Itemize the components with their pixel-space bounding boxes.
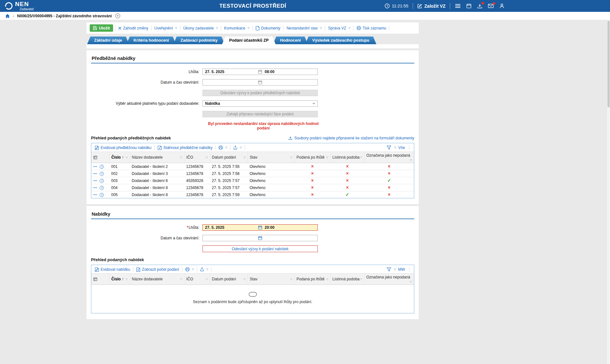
column-filter-icon[interactable]: ▽ <box>243 156 245 159</box>
table-row[interactable]: •••i001Dodavatel - školení 21234567827. … <box>91 163 414 170</box>
grid-export-button[interactable]: ▽ <box>232 145 243 150</box>
print-record-button[interactable]: Tisk záznamu <box>356 26 387 30</box>
column-header-podana-po-lhute[interactable]: Podaná po lhůtě▽ <box>294 152 330 163</box>
documents-button[interactable]: Dokumenty <box>255 26 282 30</box>
table-row[interactable]: •••i002Dodavatel - školení 31234567827. … <box>91 170 414 177</box>
column-filter-icon[interactable]: ▽ <box>206 278 208 281</box>
scrollbar-thumb[interactable] <box>607 21 610 107</box>
preliminary-opening-field[interactable] <box>202 79 318 86</box>
column-header-datum-podani[interactable]: Datum podání▽ <box>210 152 248 163</box>
grid-view-label[interactable]: Vše <box>398 145 405 150</box>
filter-icon[interactable] <box>387 267 391 271</box>
column-header-listinna-podoba[interactable]: Listinná podoba▽ <box>330 274 364 285</box>
column-settings-icon[interactable] <box>91 274 109 285</box>
column-filter-icon[interactable]: ▽ <box>360 156 362 159</box>
vz-admin-menu[interactable]: Správa VZ ▽ <box>327 26 351 30</box>
column-filter-icon[interactable]: ▽ <box>290 156 292 159</box>
discard-changes-button[interactable]: Zahodit změny <box>117 26 149 30</box>
table-row[interactable]: •••i004Dodavatel - školení 81234567827. … <box>91 184 414 191</box>
calendar-icon[interactable] <box>258 236 262 240</box>
deadline-time-value[interactable]: 08:00 <box>262 70 317 74</box>
grid-print-button[interactable]: ▽ <box>184 267 195 271</box>
download-preliminary-offers-button[interactable]: Stáhnout předběžné nabídky <box>157 145 213 150</box>
info-icon[interactable]: i <box>100 186 104 190</box>
tab-podani-ucastniku-zp[interactable]: Podání účastníků ZP <box>222 37 276 44</box>
tab-vysledek-zadavaciho-postupu[interactable]: Výsledek zadávacího postupu <box>305 37 376 44</box>
breadcrumb-current[interactable]: N006/25/V00004995 - Zajištění závodního … <box>17 14 111 18</box>
column-header-oznacena-jako-nepodana[interactable]: Označena jako nepodaná▽ <box>364 152 414 163</box>
column-header-datum-podani[interactable]: Datum podání▽ <box>210 274 248 285</box>
page-scrollbar[interactable] <box>607 20 610 364</box>
calendar-icon[interactable] <box>258 225 262 230</box>
documents-download-hint[interactable]: Soubory podání najdete připravené ke sta… <box>288 136 414 140</box>
offers-opening-field[interactable] <box>202 235 318 241</box>
calendar-icon[interactable] <box>258 80 262 85</box>
info-icon[interactable]: i <box>100 193 104 197</box>
column-header-cislo[interactable]: Číslo ↑▽ <box>109 152 130 163</box>
profile-button[interactable] <box>499 3 505 9</box>
column-filter-icon[interactable]: ▽ <box>326 278 328 281</box>
row-menu-icon[interactable]: ••• <box>93 186 97 189</box>
column-header-podana-po-lhute[interactable]: Podaná po lhůtě▽ <box>294 274 330 285</box>
submission-type-select[interactable]: Nabídka <box>202 100 318 107</box>
column-filter-icon[interactable]: ▽ <box>410 159 412 161</box>
column-filter-icon[interactable]: ▽ <box>243 278 245 281</box>
grid-view-label[interactable]: MW <box>398 267 405 272</box>
deadline-date-value[interactable]: 27. 5. 2025 <box>203 70 258 74</box>
send-offers-call-button[interactable]: Odeslání výzvy k podání nabídek <box>202 245 318 252</box>
view-dropdown-icon[interactable]: ▽ <box>394 268 396 271</box>
publish-menu[interactable]: Uveřejnění ▽ <box>153 26 178 30</box>
column-filter-icon[interactable]: ▽ <box>180 278 182 281</box>
info-icon[interactable]: i <box>100 172 104 176</box>
offers-deadline-field[interactable]: 27. 5. 2025 20:00 <box>202 224 318 231</box>
row-menu-icon[interactable]: ••• <box>93 193 97 196</box>
show-submission-count-button[interactable]: Zobrazit počet podání <box>135 267 180 272</box>
row-menu-icon[interactable]: ••• <box>93 165 97 168</box>
calendar-button[interactable] <box>466 3 472 9</box>
column-filter-icon[interactable]: ▽ <box>290 278 292 281</box>
row-menu-icon[interactable]: ••• <box>93 179 97 182</box>
tab-hodnoceni[interactable]: Hodnocení <box>273 37 308 44</box>
messages-button[interactable] <box>487 3 494 9</box>
home-icon[interactable] <box>5 14 10 18</box>
column-filter-icon[interactable]: ▽ <box>410 280 412 283</box>
info-icon[interactable]: i <box>100 165 104 169</box>
table-row[interactable]: •••i005Dodavatel - školení 81234567827. … <box>91 191 414 198</box>
contracting-actions-menu[interactable]: Úkony zadavatele ▽ <box>182 26 219 30</box>
tab-kriteria-hodnoceni[interactable]: Kritéria hodnocení <box>127 37 176 44</box>
nonstandard-state-menu[interactable]: Nestandardní stav ▽ <box>285 26 323 30</box>
column-header-nazev-dodavatele[interactable]: Název dodavatele▽ <box>130 152 184 163</box>
calendar-icon[interactable] <box>258 70 262 74</box>
communication-menu[interactable]: Komunikace ▽ <box>223 26 250 30</box>
row-menu-icon[interactable]: ••• <box>93 172 97 175</box>
close-record-icon[interactable]: × <box>115 13 120 18</box>
tab-zadavaci-podminky[interactable]: Zadávací podmínky <box>173 37 225 44</box>
column-header-listinna-podoba[interactable]: Listinná podoba▽ <box>330 152 364 163</box>
grid-export-button[interactable]: ▽ <box>199 267 209 271</box>
table-row[interactable]: •••i003Dodavatel - školení 64535932627. … <box>91 177 414 184</box>
deadline-date-value[interactable]: 27. 5. 2025 <box>203 225 258 230</box>
column-header-nazev-dodavatele[interactable]: Název dodavatele▽ <box>130 274 184 285</box>
column-header-cislo[interactable]: Číslo ↑▽ <box>109 274 130 285</box>
tab-zakladni-udaje[interactable]: Základní údaje <box>87 37 129 44</box>
send-preliminary-call-button[interactable]: Odeslání výzvy k podání předběžných nabí… <box>202 90 318 96</box>
info-icon[interactable]: i <box>100 179 104 183</box>
column-filter-icon[interactable]: ▽ <box>360 278 362 281</box>
preliminary-deadline-field[interactable]: 27. 5. 2025 08:00 <box>202 69 318 75</box>
column-settings-icon[interactable] <box>91 152 109 163</box>
menu-button[interactable] <box>454 3 461 9</box>
column-filter-icon[interactable]: ▽ <box>180 156 182 159</box>
filter-icon[interactable] <box>387 145 391 150</box>
register-offer-button[interactable]: Evidovat nabídku <box>94 267 131 272</box>
save-button[interactable]: Uložit <box>90 24 113 32</box>
column-header-oznacena-jako-nepodana[interactable]: Označena jako nepodaná▽ <box>364 274 414 285</box>
column-header-stav[interactable]: Stav▽ <box>248 274 294 285</box>
column-filter-icon[interactable]: ▽ <box>126 278 128 281</box>
register-preliminary-offer-button[interactable]: Evidovat předběžnou nabídku <box>94 145 152 150</box>
next-phase-button[interactable]: Zahájit přípravu následující fáze podání <box>202 111 318 117</box>
column-header-ico[interactable]: IČO▽ <box>184 274 210 285</box>
deadline-time-value[interactable]: 20:00 <box>262 225 317 230</box>
nen-logo[interactable]: NEN Zadavatel <box>5 1 34 11</box>
view-dropdown-icon[interactable]: ▽ <box>394 146 396 149</box>
create-vz-button[interactable]: Založit VZ <box>417 4 446 9</box>
